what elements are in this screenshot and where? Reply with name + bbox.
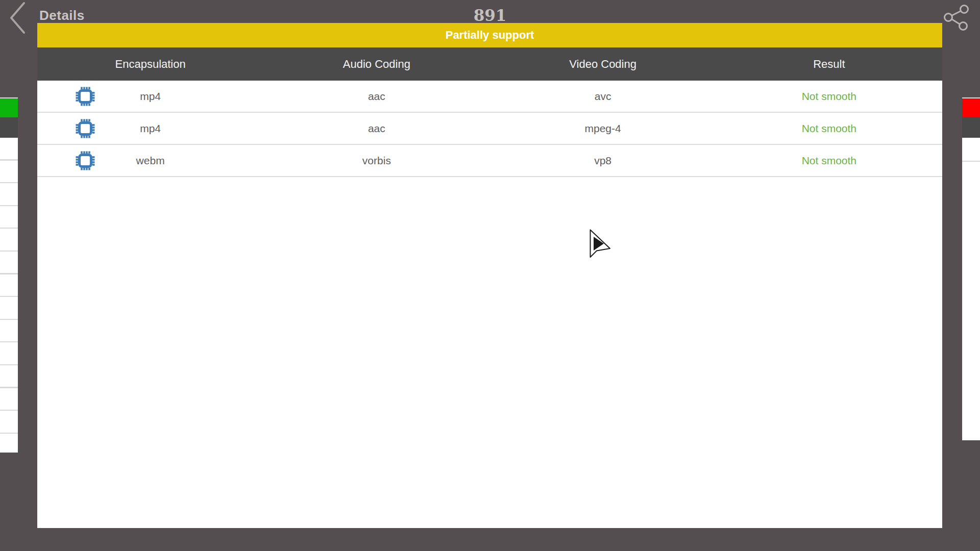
peek-red-status-block (962, 98, 980, 117)
share-button[interactable] (942, 3, 974, 33)
cell-video-coding: avc (490, 90, 716, 103)
peek-dark-block (0, 117, 18, 138)
peek-list-right (962, 138, 980, 440)
chevron-left-icon (9, 27, 27, 36)
chip-icon (75, 118, 95, 139)
header-result: Result (716, 58, 942, 71)
table-row[interactable]: mp4 aac mpeg-4 Not smooth (37, 113, 942, 145)
peek-dark-block (962, 117, 980, 138)
table-row[interactable]: mp4 aac avc Not smooth (37, 81, 942, 113)
chip-icon (75, 86, 95, 107)
peek-divider (962, 161, 980, 162)
details-panel: Partially support Encapsulation Audio Co… (37, 23, 942, 528)
cell-audio-coding: aac (263, 90, 489, 103)
cell-audio-coding: vorbis (263, 155, 489, 167)
support-status-label: Partially support (446, 29, 534, 42)
cell-audio-coding: aac (263, 122, 489, 135)
cell-result: Not smooth (716, 90, 942, 103)
cell-encapsulation: mp4 (37, 90, 263, 103)
cell-result: Not smooth (716, 155, 942, 167)
screen-backdrop: Details 891 Partially support Encapsulat… (0, 0, 980, 551)
cell-encapsulation: webm (37, 155, 263, 167)
header-video-coding: Video Coding (490, 58, 716, 71)
header-audio-coding: Audio Coding (263, 58, 489, 71)
cell-result: Not smooth (716, 122, 942, 135)
cell-video-coding: vp8 (490, 155, 716, 167)
page-title: Details (39, 8, 85, 23)
peek-green-status-block (0, 98, 18, 117)
header-encapsulation: Encapsulation (37, 58, 263, 71)
table-header-row: Encapsulation Audio Coding Video Coding … (37, 47, 942, 81)
peek-list-left (0, 138, 18, 453)
cell-video-coding: mpeg-4 (490, 122, 716, 135)
topbar-count: 891 (449, 6, 531, 24)
share-icon (942, 26, 974, 34)
back-button[interactable] (9, 2, 27, 34)
table-row[interactable]: webm vorbis vp8 Not smooth (37, 145, 942, 177)
support-status-banner: Partially support (37, 23, 942, 47)
cell-encapsulation: mp4 (37, 122, 263, 135)
chip-icon (75, 151, 95, 171)
